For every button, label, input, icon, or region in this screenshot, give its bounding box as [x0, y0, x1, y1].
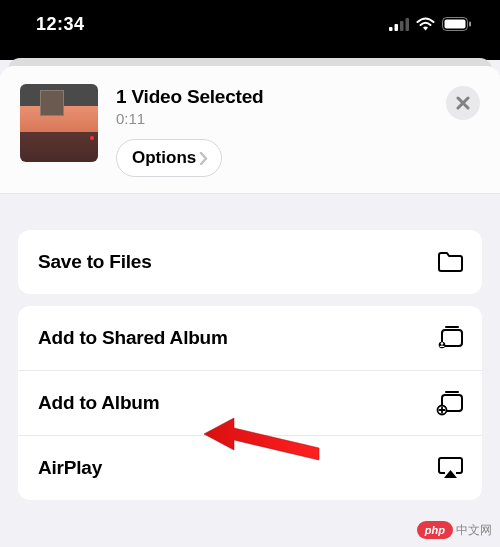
options-label: Options	[132, 148, 196, 168]
svg-rect-7	[445, 326, 459, 328]
airplay-row[interactable]: AirPlay	[18, 435, 482, 500]
svg-rect-0	[389, 27, 393, 31]
svg-rect-6	[469, 22, 471, 27]
watermark-text: 中文网	[456, 522, 492, 539]
add-to-album-row[interactable]: Add to Album	[18, 370, 482, 435]
svg-rect-3	[406, 18, 410, 31]
sheet-header: 1 Video Selected 0:11 Options	[0, 66, 500, 194]
watermark: php 中文网	[417, 521, 492, 539]
header-info: 1 Video Selected 0:11 Options	[98, 84, 446, 177]
video-thumbnail[interactable]	[20, 84, 98, 162]
header-title: 1 Video Selected	[116, 86, 446, 108]
action-label: AirPlay	[38, 457, 102, 479]
action-group: Save to Files	[18, 230, 482, 294]
actions-list: Save to Files Add to Shared Album Add to…	[0, 194, 500, 500]
action-label: Add to Album	[38, 392, 159, 414]
action-label: Add to Shared Album	[38, 327, 228, 349]
action-label: Save to Files	[38, 251, 152, 273]
svg-rect-11	[445, 391, 459, 393]
svg-rect-1	[395, 24, 399, 31]
svg-rect-8	[442, 330, 462, 346]
battery-icon	[442, 17, 472, 31]
add-album-icon	[436, 389, 464, 417]
svg-rect-5	[445, 20, 466, 29]
folder-icon	[436, 248, 464, 276]
options-button[interactable]: Options	[116, 139, 222, 177]
header-duration: 0:11	[116, 110, 446, 127]
svg-point-10	[441, 342, 444, 345]
watermark-brand: php	[417, 521, 453, 539]
cellular-icon	[389, 18, 409, 31]
status-bar: 12:34	[0, 0, 500, 48]
action-group: Add to Shared Album Add to Album AirPlay	[18, 306, 482, 500]
close-icon	[456, 96, 470, 110]
airplay-icon	[436, 454, 464, 482]
svg-rect-2	[400, 21, 404, 31]
add-to-shared-album-row[interactable]: Add to Shared Album	[18, 306, 482, 370]
chevron-right-icon	[199, 152, 208, 165]
shared-album-icon	[436, 324, 464, 352]
status-icons	[389, 17, 472, 31]
close-button[interactable]	[446, 86, 480, 120]
share-sheet: 1 Video Selected 0:11 Options Save to Fi…	[0, 66, 500, 547]
status-time: 12:34	[36, 14, 85, 35]
wifi-icon	[416, 17, 435, 31]
save-to-files-row[interactable]: Save to Files	[18, 230, 482, 294]
